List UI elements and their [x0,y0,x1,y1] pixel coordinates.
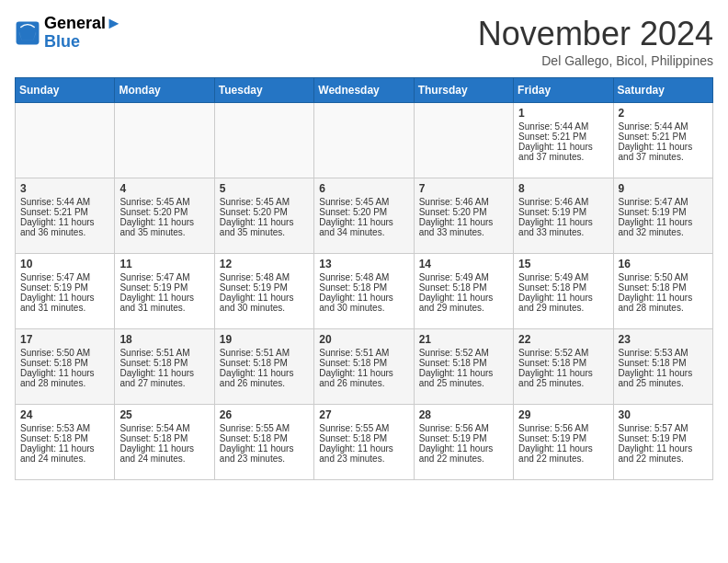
day-number: 14 [419,258,508,270]
day-number: 20 [319,333,408,346]
day-info: Sunrise: 5:55 AM [220,423,309,433]
day-number: 25 [119,408,209,421]
day-number: 23 [619,333,708,346]
day-info: and 31 minutes. [20,303,109,313]
day-info: Sunset: 5:18 PM [619,282,708,293]
calendar-header-row: SundayMondayTuesdayWednesdayThursdayFrid… [16,78,713,103]
day-info: Sunrise: 5:45 AM [220,197,309,207]
day-info: and 22 minutes. [518,454,608,464]
calendar-cell: 14Sunrise: 5:49 AMSunset: 5:18 PMDayligh… [414,254,513,329]
weekday-header-friday: Friday [514,78,613,103]
calendar-cell: 24Sunrise: 5:53 AMSunset: 5:18 PMDayligh… [16,405,115,480]
day-info: Daylight: 11 hours [319,217,408,227]
day-info: Sunrise: 5:46 AM [419,197,508,207]
day-info: Sunset: 5:18 PM [419,282,508,293]
day-info: Daylight: 11 hours [119,217,209,227]
day-info: Sunrise: 5:44 AM [20,197,109,207]
day-info: Daylight: 11 hours [319,443,408,454]
calendar-cell: 11Sunrise: 5:47 AMSunset: 5:19 PMDayligh… [115,254,214,329]
calendar-cell: 26Sunrise: 5:55 AMSunset: 5:18 PMDayligh… [214,405,313,480]
day-info: Sunset: 5:18 PM [319,282,408,293]
calendar-cell: 30Sunrise: 5:57 AMSunset: 5:19 PMDayligh… [613,405,712,480]
day-info: Sunrise: 5:56 AM [518,423,608,433]
calendar-table: SundayMondayTuesdayWednesdayThursdayFrid… [15,77,713,480]
day-number: 24 [20,408,109,421]
day-info: Sunrise: 5:48 AM [319,272,408,282]
day-info: Sunset: 5:18 PM [20,358,109,368]
day-info: Daylight: 11 hours [20,368,109,378]
day-info: Sunrise: 5:46 AM [518,197,608,207]
day-number: 4 [119,182,209,195]
calendar-week-4: 17Sunrise: 5:50 AMSunset: 5:18 PMDayligh… [16,329,713,405]
day-info: Daylight: 11 hours [20,293,109,303]
day-info: Daylight: 11 hours [419,368,508,378]
calendar-cell: 21Sunrise: 5:52 AMSunset: 5:18 PMDayligh… [414,329,513,405]
calendar-cell: 10Sunrise: 5:47 AMSunset: 5:19 PMDayligh… [16,254,115,329]
day-info: and 33 minutes. [518,227,608,237]
day-info: and 26 minutes. [220,378,309,388]
day-info: Sunrise: 5:44 AM [619,121,708,132]
day-info: Sunrise: 5:57 AM [619,423,708,433]
day-info: Sunset: 5:19 PM [518,433,608,443]
day-info: Sunset: 5:20 PM [119,207,209,217]
day-info: Daylight: 11 hours [220,217,309,227]
calendar-cell: 17Sunrise: 5:50 AMSunset: 5:18 PMDayligh… [16,329,115,405]
day-info: and 23 minutes. [319,454,408,464]
day-number: 5 [220,182,309,195]
day-number: 7 [419,182,508,195]
day-info: Daylight: 11 hours [619,217,708,227]
day-info: Sunset: 5:18 PM [518,282,608,293]
day-info: Sunrise: 5:51 AM [319,348,408,358]
day-info: and 25 minutes. [518,378,608,388]
calendar-cell: 5Sunrise: 5:45 AMSunset: 5:20 PMDaylight… [214,178,313,254]
day-number: 9 [619,182,708,195]
calendar-cell: 3Sunrise: 5:44 AMSunset: 5:21 PMDaylight… [16,178,115,254]
day-info: and 29 minutes. [419,303,508,313]
day-info: and 35 minutes. [220,227,309,237]
calendar-body: 1Sunrise: 5:44 AMSunset: 5:21 PMDaylight… [16,103,713,480]
day-info: Daylight: 11 hours [20,443,109,454]
day-info: Sunrise: 5:47 AM [20,272,109,282]
day-info: Sunrise: 5:50 AM [20,348,109,358]
calendar-cell: 4Sunrise: 5:45 AMSunset: 5:20 PMDaylight… [115,178,214,254]
day-info: Sunset: 5:18 PM [20,433,109,443]
calendar-cell [414,103,513,178]
day-info: and 26 minutes. [319,378,408,388]
day-info: and 27 minutes. [119,378,209,388]
day-info: Sunrise: 5:45 AM [119,197,209,207]
day-info: and 32 minutes. [619,227,708,237]
day-info: Daylight: 11 hours [619,293,708,303]
day-info: Sunrise: 5:49 AM [419,272,508,282]
day-number: 30 [619,408,708,421]
day-number: 2 [619,107,708,120]
weekday-header-saturday: Saturday [613,78,712,103]
day-info: Sunset: 5:19 PM [20,282,109,293]
day-number: 6 [319,182,408,195]
day-info: Daylight: 11 hours [319,368,408,378]
day-number: 12 [220,258,309,270]
day-info: and 34 minutes. [319,227,408,237]
day-info: Sunset: 5:18 PM [119,433,209,443]
calendar-week-1: 1Sunrise: 5:44 AMSunset: 5:21 PMDaylight… [16,103,713,178]
calendar-cell: 22Sunrise: 5:52 AMSunset: 5:18 PMDayligh… [514,329,613,405]
day-number: 13 [319,258,408,270]
calendar-cell: 18Sunrise: 5:51 AMSunset: 5:18 PMDayligh… [115,329,214,405]
day-info: and 22 minutes. [419,454,508,464]
day-info: Sunrise: 5:52 AM [518,348,608,358]
day-info: Daylight: 11 hours [518,443,608,454]
day-number: 27 [319,408,408,421]
day-number: 16 [619,258,708,270]
day-info: and 28 minutes. [619,303,708,313]
month-title: November 2024 [478,15,713,53]
day-info: Sunrise: 5:52 AM [419,348,508,358]
day-number: 18 [119,333,209,346]
day-number: 19 [220,333,309,346]
day-info: Sunset: 5:19 PM [518,207,608,217]
day-info: Sunset: 5:18 PM [319,358,408,368]
day-info: and 23 minutes. [220,454,309,464]
day-info: Sunrise: 5:48 AM [220,272,309,282]
day-info: and 37 minutes. [619,152,708,162]
day-info: Sunset: 5:20 PM [319,207,408,217]
calendar-cell [314,103,414,178]
day-info: Sunset: 5:19 PM [119,282,209,293]
